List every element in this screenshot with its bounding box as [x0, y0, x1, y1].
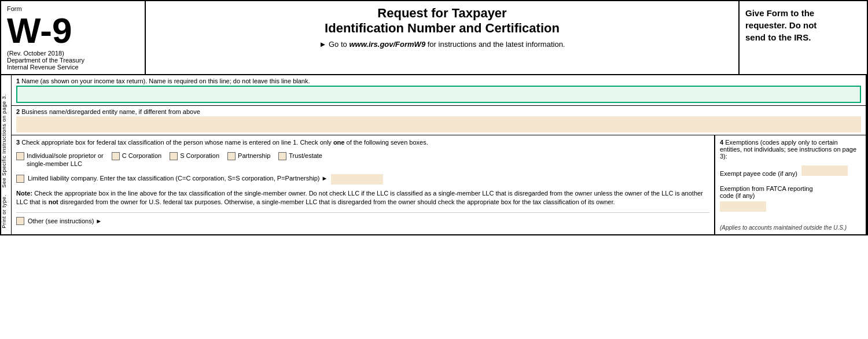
form-header: Form W-9 (Rev. October 2018) Department …	[1, 1, 867, 75]
field1-input[interactable]	[16, 86, 861, 103]
header-right: Give Form to the requester. Do not send …	[740, 1, 867, 74]
section3-wrapper: 3 Check appropriate box for federal tax …	[12, 135, 866, 234]
main-title-line1: Request for Taxpayer	[377, 6, 506, 20]
section3-title-text: Check appropriate box for federal tax cl…	[21, 139, 332, 146]
fatca-label2: code (if any)	[720, 192, 861, 199]
note-content2: disregarded from the owner for U.S. fede…	[60, 198, 615, 205]
give-form-line2: requester. Do not	[745, 20, 816, 30]
instruction-suffix: for instructions and the latest informat…	[428, 40, 565, 49]
form-main: 1 Name (as shown on your income tax retu…	[12, 75, 867, 234]
exempt-payee-input[interactable]	[801, 165, 848, 176]
form-number-display: W-9	[7, 13, 139, 49]
checkbox-s-corp-label: S Corporation	[180, 152, 219, 160]
checkbox-individual-box[interactable]	[16, 152, 24, 160]
main-title-line2: Identification Number and Certification	[325, 21, 560, 35]
instruction-url: www.irs.gov/FormW9	[349, 40, 425, 49]
note-bold: Note:	[16, 190, 32, 197]
section3-number: 3	[16, 139, 20, 146]
section4-text: Exemptions (codes apply only to certain …	[720, 139, 856, 160]
other-row: Other (see instructions) ►	[16, 212, 709, 225]
instruction-prefix: ► Go to	[319, 40, 347, 49]
checkboxes-row: Individual/sole proprietor orsingle-memb…	[16, 152, 709, 168]
dept-line1: Department of the Treasury	[7, 57, 139, 64]
checkbox-c-corp: C Corporation	[112, 152, 161, 160]
dept-line2: Internal Revenue Service	[7, 64, 139, 71]
checkbox-c-corp-label: C Corporation	[122, 152, 161, 160]
side-label: Print or type. See Specific Instructions…	[1, 75, 12, 234]
fatca-label: Exemption from FATCA reporting	[720, 185, 861, 192]
field2-number: 2	[16, 108, 20, 115]
other-label: Other (see instructions) ►	[28, 217, 102, 225]
checkbox-c-corp-box[interactable]	[112, 152, 120, 160]
sub-instruction: ► Go to www.irs.gov/FormW9 for instructi…	[157, 40, 727, 49]
field1-text: Name (as shown on your income tax return…	[21, 78, 310, 84]
llc-row: Limited liability company. Enter the tax…	[16, 174, 709, 185]
exempt-payee-row: Exempt payee code (if any)	[720, 163, 861, 177]
checkbox-other-box[interactable]	[16, 217, 24, 225]
note-text: Note: Check the appropriate box in the l…	[16, 189, 709, 207]
form-number: W-9	[7, 10, 72, 50]
checkbox-llc-box[interactable]	[16, 175, 24, 183]
section3-title-after: of the following seven boxes.	[347, 139, 428, 146]
checkbox-trust: Trust/estate	[278, 152, 322, 160]
field2-row: 2 Business name/disregarded entity name,…	[12, 106, 866, 135]
main-title: Request for Taxpayer Identification Numb…	[157, 6, 727, 36]
give-form-line3: send to the IRS.	[745, 32, 811, 42]
section4-title: 4 Exemptions (codes apply only to certai…	[720, 139, 861, 160]
checkbox-trust-box[interactable]	[278, 152, 286, 160]
fatca-section: Exemption from FATCA reporting code (if …	[720, 185, 861, 213]
field1-row: 1 Name (as shown on your income tax retu…	[12, 75, 866, 106]
give-form-line1: Give Form to the	[745, 8, 814, 18]
side-instructions: See Specific Instructions on page 3.	[1, 94, 7, 188]
checkbox-individual-label: Individual/sole proprietor orsingle-memb…	[27, 152, 104, 168]
checkbox-s-corp-box[interactable]	[170, 152, 178, 160]
note-not: not	[49, 198, 58, 205]
section4-panel: 4 Exemptions (codes apply only to certai…	[715, 135, 866, 234]
header-center: Request for Taxpayer Identification Numb…	[146, 1, 740, 74]
side-text: Print or type. See Specific Instructions…	[1, 94, 12, 229]
field1-label: 1 Name (as shown on your income tax retu…	[16, 78, 861, 84]
checkbox-individual: Individual/sole proprietor orsingle-memb…	[16, 152, 104, 168]
section4-number: 4	[720, 139, 723, 146]
field2-input[interactable]	[16, 116, 861, 132]
section3-main: 3 Check appropriate box for federal tax …	[12, 135, 715, 234]
checkbox-partnership-box[interactable]	[227, 152, 236, 160]
form-rev: (Rev. October 2018)	[7, 50, 139, 57]
fatca-input[interactable]	[720, 201, 766, 212]
side-print: Print or type.	[1, 195, 7, 229]
form-w9: Form W-9 (Rev. October 2018) Department …	[0, 0, 868, 235]
header-left: Form W-9 (Rev. October 2018) Department …	[1, 1, 146, 74]
checkbox-trust-label: Trust/estate	[289, 152, 322, 160]
checkbox-partnership: Partnership	[227, 152, 270, 160]
field2-text: Business name/disregarded entity name, i…	[21, 108, 200, 115]
applies-note: (Applies to accounts maintained outside …	[720, 224, 861, 231]
exempt-payee-label: Exempt payee code (if any)	[720, 170, 797, 177]
checkbox-s-corp: S Corporation	[170, 152, 219, 160]
llc-classification-input[interactable]	[331, 174, 383, 185]
checkbox-partnership-label: Partnership	[238, 152, 270, 160]
field2-label: 2 Business name/disregarded entity name,…	[16, 108, 861, 115]
llc-label: Limited liability company. Enter the tax…	[28, 174, 328, 182]
field1-number: 1	[16, 78, 20, 84]
form-body: Print or type. See Specific Instructions…	[1, 75, 867, 234]
section3-title: 3 Check appropriate box for federal tax …	[16, 139, 709, 146]
section3-title-bold: one	[333, 139, 345, 146]
